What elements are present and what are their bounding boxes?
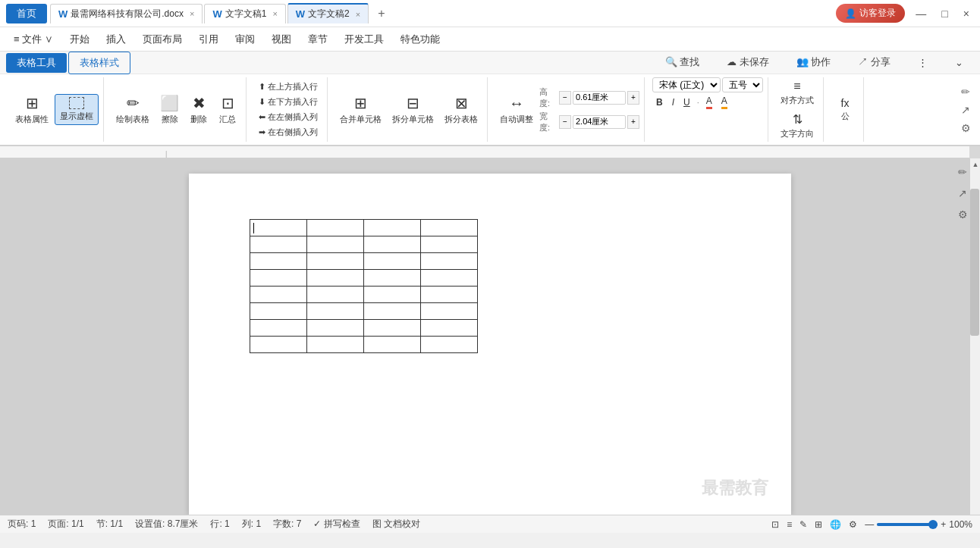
table-cell[interactable] bbox=[307, 320, 364, 337]
table-cell[interactable] bbox=[250, 320, 307, 337]
tab-unsaved[interactable]: ☁ 未保存 bbox=[716, 52, 780, 74]
minimize-button[interactable]: — bbox=[911, 8, 931, 20]
table-cell[interactable] bbox=[307, 270, 364, 287]
close-tab-doc1[interactable]: × bbox=[272, 9, 277, 18]
tab-doc2[interactable]: W 文字文稿2 × bbox=[287, 3, 369, 23]
zoom-minus-button[interactable]: — bbox=[865, 519, 874, 530]
table-cell[interactable] bbox=[364, 320, 421, 337]
height-plus-button[interactable]: + bbox=[627, 91, 639, 105]
menu-special[interactable]: 特色功能 bbox=[393, 30, 448, 49]
formula-button[interactable]: fx 公 bbox=[831, 95, 859, 124]
table-cell[interactable] bbox=[307, 253, 364, 270]
split-table-button[interactable]: ⊠ 拆分表格 bbox=[440, 92, 482, 127]
vertical-scrollbar[interactable]: ▲ ▼ ✏ ↗ ⚙ bbox=[969, 158, 980, 515]
table-cell[interactable] bbox=[364, 236, 421, 253]
table-cell[interactable] bbox=[421, 236, 478, 253]
menu-page-layout[interactable]: 页面布局 bbox=[135, 30, 190, 49]
spell-check[interactable]: ✓ 拼写检查 bbox=[313, 518, 360, 531]
close-button[interactable]: × bbox=[959, 8, 974, 20]
height-minus-button[interactable]: − bbox=[559, 91, 571, 105]
draw-table-button[interactable]: ✏ 绘制表格 bbox=[112, 92, 154, 127]
collapse-ribbon[interactable]: ⌄ bbox=[944, 53, 974, 74]
view-outline-icon[interactable]: ≡ bbox=[787, 519, 792, 530]
arrow-tool[interactable]: ↗ bbox=[958, 187, 968, 199]
menu-review[interactable]: 审阅 bbox=[228, 30, 262, 49]
table-cell[interactable] bbox=[364, 337, 421, 353]
split-cells-button[interactable]: ⊟ 拆分单元格 bbox=[388, 92, 438, 127]
table-cell[interactable] bbox=[421, 303, 478, 320]
insert-col-right-button[interactable]: ➡ 在右侧插入列 bbox=[254, 125, 322, 139]
delete-button[interactable]: ✖ 删除 bbox=[185, 92, 212, 127]
close-tab-doc2[interactable]: × bbox=[356, 10, 360, 19]
zoom-plus-button[interactable]: + bbox=[941, 519, 946, 530]
table-cell[interactable] bbox=[364, 303, 421, 320]
table-cell[interactable] bbox=[250, 337, 307, 353]
menu-file[interactable]: ≡ 文件 ∨ bbox=[6, 30, 61, 49]
pointer-tool-button[interactable]: ↗ bbox=[961, 104, 971, 116]
menu-dev-tools[interactable]: 开发工具 bbox=[337, 30, 391, 49]
table-cell[interactable] bbox=[307, 287, 364, 303]
tab-find[interactable]: 🔍 查找 bbox=[655, 52, 711, 74]
show-grid-button[interactable]: 显示虚框 bbox=[55, 94, 99, 125]
table-cell[interactable] bbox=[421, 253, 478, 270]
globe-icon[interactable]: 🌐 bbox=[830, 519, 841, 530]
highlight-button[interactable]: A bbox=[718, 94, 731, 111]
menu-view[interactable]: 视图 bbox=[264, 30, 299, 49]
table-cell[interactable] bbox=[421, 270, 478, 287]
auto-adjust-button[interactable]: ↔ 自动调整 bbox=[495, 92, 538, 127]
text-direction-button[interactable]: ⇅ 文字方向 bbox=[776, 110, 818, 142]
width-plus-button[interactable]: + bbox=[627, 115, 639, 129]
scroll-thumb[interactable] bbox=[970, 189, 979, 336]
pen-tool-button[interactable]: ✏ bbox=[961, 86, 971, 98]
add-tab-button[interactable]: + bbox=[370, 4, 392, 23]
document-table[interactable] bbox=[250, 219, 478, 353]
tab-docx[interactable]: W 最需网络科技有限公司.docx × bbox=[50, 4, 203, 23]
tab-table-style[interactable]: 表格样式 bbox=[68, 52, 130, 74]
zoom-slider[interactable] bbox=[877, 523, 938, 526]
settings-icon[interactable]: ⚙ bbox=[849, 519, 857, 530]
insert-row-below-button[interactable]: ⬇ 在下方插入行 bbox=[254, 95, 322, 109]
font-color-button[interactable]: A bbox=[702, 94, 716, 111]
more-options[interactable]: ⋮ bbox=[907, 53, 938, 74]
underline-button[interactable]: U bbox=[680, 96, 694, 109]
scroll-up-button[interactable]: ▲ bbox=[970, 158, 980, 171]
table-cell[interactable] bbox=[250, 287, 307, 303]
doc-compare[interactable]: 图 文档校对 bbox=[372, 518, 420, 531]
table-cell[interactable] bbox=[364, 287, 421, 303]
menu-insert[interactable]: 插入 bbox=[99, 30, 133, 49]
view-normal-icon[interactable]: ⊡ bbox=[771, 519, 779, 530]
height-input[interactable] bbox=[573, 91, 626, 105]
table-cell[interactable] bbox=[250, 303, 307, 320]
table-properties-button[interactable]: ⊞ 表格属性 bbox=[11, 92, 53, 127]
table-cell[interactable] bbox=[364, 253, 421, 270]
home-tab[interactable]: 首页 bbox=[6, 4, 47, 23]
font-size-select[interactable]: 五号 bbox=[722, 77, 763, 92]
insert-col-left-button[interactable]: ⬅ 在左侧插入列 bbox=[254, 110, 322, 124]
table-cell[interactable] bbox=[364, 270, 421, 287]
table-cell[interactable] bbox=[364, 220, 421, 236]
tab-doc1[interactable]: W 文字文稿1 × bbox=[204, 4, 285, 23]
zoom-level[interactable]: 100% bbox=[949, 519, 972, 530]
table-cell[interactable] bbox=[250, 253, 307, 270]
settings-tool-button[interactable]: ⚙ bbox=[961, 122, 971, 134]
align-button[interactable]: ≡ 对齐方式 bbox=[776, 77, 818, 108]
close-tab-docx[interactable]: × bbox=[190, 9, 194, 18]
zoom-thumb[interactable] bbox=[928, 520, 938, 529]
maximize-button[interactable]: □ bbox=[937, 8, 952, 20]
width-input[interactable] bbox=[573, 115, 626, 129]
split-tool[interactable]: ⚙ bbox=[958, 208, 968, 221]
menu-chapter[interactable]: 章节 bbox=[300, 30, 335, 49]
view-columns-icon[interactable]: ⊞ bbox=[815, 519, 822, 530]
table-cell[interactable] bbox=[421, 287, 478, 303]
table-cell[interactable] bbox=[250, 236, 307, 253]
font-name-select[interactable]: 宋体 (正文) bbox=[652, 77, 721, 92]
table-cell[interactable] bbox=[307, 337, 364, 353]
table-cell[interactable] bbox=[307, 303, 364, 320]
tab-table-tools[interactable]: 表格工具 bbox=[6, 53, 67, 73]
merge-cells-button[interactable]: ⊞ 合并单元格 bbox=[335, 92, 386, 127]
merge-button[interactable]: ⊡ 汇总 bbox=[214, 92, 241, 127]
pencil-tool[interactable]: ✏ bbox=[958, 166, 968, 178]
insert-row-above-button[interactable]: ⬆ 在上方插入行 bbox=[254, 80, 322, 94]
menu-start[interactable]: 开始 bbox=[62, 30, 97, 49]
visitor-login-button[interactable]: 👤 访客登录 bbox=[836, 4, 905, 23]
